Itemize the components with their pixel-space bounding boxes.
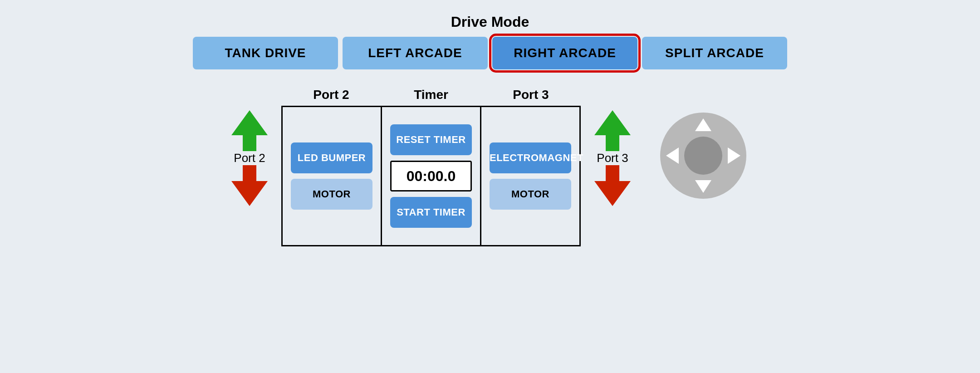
port3-up-arrow[interactable]: [594, 110, 631, 151]
dpad[interactable]: [658, 110, 749, 201]
drive-mode-buttons: TANK DRIVE LEFT ARCADE RIGHT ARCADE SPLI…: [193, 37, 787, 69]
timer-col: RESET TIMER 00:00.0 START TIMER: [382, 107, 481, 245]
control-panel: Port 2 Timer Port 3 LED BUMPER MOTOR RES…: [281, 88, 581, 246]
port2-up-arrow[interactable]: [231, 110, 268, 151]
port2-down-arrow[interactable]: [231, 165, 268, 206]
port2-arrows: Port 2: [231, 110, 268, 206]
split-arcade-button[interactable]: SPLIT ARCADE: [642, 37, 787, 69]
electromagnet-button[interactable]: ELECTROMAGNET: [490, 142, 571, 173]
port3-down-arrow[interactable]: [594, 165, 631, 206]
port3-arrows: Port 3: [594, 110, 631, 206]
port3-header: Port 3: [481, 88, 581, 102]
port2-label: Port 2: [234, 151, 265, 165]
svg-point-5: [684, 137, 722, 175]
start-timer-button[interactable]: START TIMER: [390, 197, 472, 228]
control-table: LED BUMPER MOTOR RESET TIMER 00:00.0 STA…: [281, 106, 581, 246]
port2-arrow-section: Port 2: [231, 88, 268, 206]
svg-marker-1: [231, 165, 268, 206]
timer-display: 00:00.0: [390, 161, 472, 191]
port3-motor-button[interactable]: MOTOR: [490, 179, 571, 210]
port2-header: Port 2: [281, 88, 381, 102]
drive-mode-label: Drive Mode: [451, 14, 529, 30]
left-arcade-button[interactable]: LEFT ARCADE: [343, 37, 488, 69]
timer-header: Timer: [381, 88, 481, 102]
port2-motor-button[interactable]: MOTOR: [291, 179, 372, 210]
port3-arrow-section: Port 3: [594, 88, 631, 206]
right-arcade-button[interactable]: RIGHT ARCADE: [492, 37, 637, 69]
tank-drive-button[interactable]: TANK DRIVE: [193, 37, 338, 69]
col-headers: Port 2 Timer Port 3: [281, 88, 581, 102]
main-area: Port 2 Port 2 Timer Port 3 LED BUMPER MO…: [0, 88, 980, 246]
port3-col: ELECTROMAGNET MOTOR: [481, 107, 579, 245]
dpad-section: [658, 110, 749, 201]
reset-timer-button[interactable]: RESET TIMER: [390, 124, 472, 155]
svg-marker-3: [594, 165, 631, 206]
port3-label: Port 3: [597, 151, 628, 165]
port2-col: LED BUMPER MOTOR: [283, 107, 382, 245]
svg-marker-2: [594, 110, 631, 151]
svg-marker-0: [231, 110, 268, 151]
led-bumper-button[interactable]: LED BUMPER: [291, 142, 372, 173]
